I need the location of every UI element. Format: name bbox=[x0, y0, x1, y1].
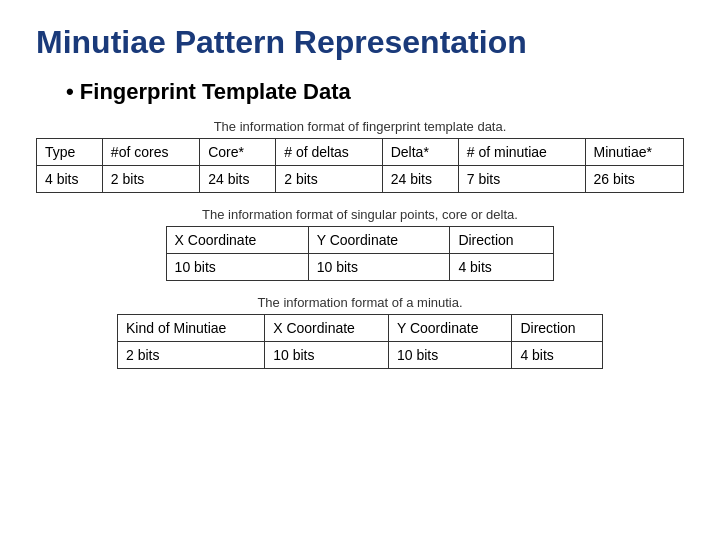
table-cell: Delta* bbox=[382, 139, 458, 166]
table2: X Coordinate Y Coordinate Direction 10 b… bbox=[166, 226, 555, 281]
table-cell: #of cores bbox=[102, 139, 199, 166]
table-cell: Core* bbox=[200, 139, 276, 166]
table-cell: Y Coordinate bbox=[388, 315, 511, 342]
table1-caption: The information format of fingerprint te… bbox=[36, 119, 684, 134]
table2-caption: The information format of singular point… bbox=[36, 207, 684, 222]
table-cell: 4 bits bbox=[512, 342, 603, 369]
table1: Type #of cores Core* # of deltas Delta* … bbox=[36, 138, 684, 193]
table-cell: 2 bits bbox=[102, 166, 199, 193]
table2-section: The information format of singular point… bbox=[36, 207, 684, 281]
bullet-point: • Fingerprint Template Data bbox=[36, 79, 684, 105]
table-cell: Type bbox=[37, 139, 103, 166]
table-cell: 26 bits bbox=[585, 166, 683, 193]
table-row: 10 bits 10 bits 4 bits bbox=[166, 254, 554, 281]
table-cell: Direction bbox=[512, 315, 603, 342]
table-cell: 10 bits bbox=[166, 254, 308, 281]
table-cell: 4 bits bbox=[450, 254, 554, 281]
table-row: 4 bits 2 bits 24 bits 2 bits 24 bits 7 b… bbox=[37, 166, 684, 193]
table1-section: The information format of fingerprint te… bbox=[36, 119, 684, 193]
table-cell: 10 bits bbox=[265, 342, 389, 369]
table-cell: Kind of Minutiae bbox=[118, 315, 265, 342]
table-row: X Coordinate Y Coordinate Direction bbox=[166, 227, 554, 254]
table3-caption: The information format of a minutia. bbox=[36, 295, 684, 310]
table-cell: # of minutiae bbox=[458, 139, 585, 166]
table-cell: 24 bits bbox=[382, 166, 458, 193]
page: Minutiae Pattern Representation • Finger… bbox=[0, 0, 720, 403]
bullet-icon: • bbox=[66, 79, 80, 104]
table-cell: 24 bits bbox=[200, 166, 276, 193]
table-cell: 2 bits bbox=[276, 166, 383, 193]
table-cell: Minutiae* bbox=[585, 139, 683, 166]
table-cell: Y Coordinate bbox=[308, 227, 450, 254]
table-row: 2 bits 10 bits 10 bits 4 bits bbox=[118, 342, 603, 369]
table-cell: 4 bits bbox=[37, 166, 103, 193]
table-row: Type #of cores Core* # of deltas Delta* … bbox=[37, 139, 684, 166]
table-row: Kind of Minutiae X Coordinate Y Coordina… bbox=[118, 315, 603, 342]
table-cell: X Coordinate bbox=[166, 227, 308, 254]
table-cell: Direction bbox=[450, 227, 554, 254]
table3-section: The information format of a minutia. Kin… bbox=[36, 295, 684, 369]
table-cell: 10 bits bbox=[308, 254, 450, 281]
table-cell: 10 bits bbox=[388, 342, 511, 369]
table-cell: X Coordinate bbox=[265, 315, 389, 342]
table-cell: 2 bits bbox=[118, 342, 265, 369]
bullet-text: Fingerprint Template Data bbox=[80, 79, 351, 104]
table-cell: 7 bits bbox=[458, 166, 585, 193]
table3: Kind of Minutiae X Coordinate Y Coordina… bbox=[117, 314, 603, 369]
table-cell: # of deltas bbox=[276, 139, 383, 166]
page-title: Minutiae Pattern Representation bbox=[36, 24, 684, 61]
